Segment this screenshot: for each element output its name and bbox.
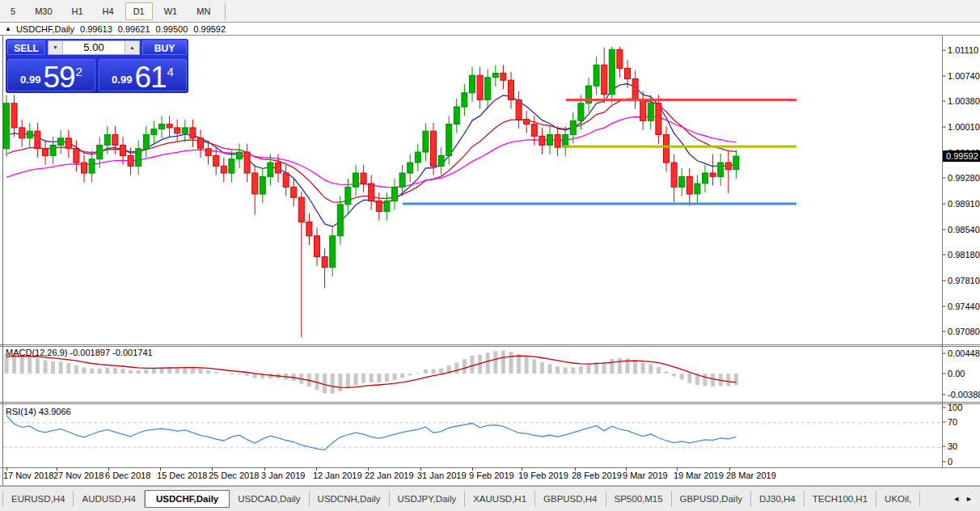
chart-tab-audusd-h4[interactable]: AUDUSD,H4: [74, 491, 144, 507]
sell-price-big: 59: [43, 64, 74, 91]
macd-bar: [206, 370, 210, 374]
chart-tab-dj30-h4[interactable]: DJ30,H4: [751, 491, 805, 507]
chart-tab-eurusd-h4[interactable]: EURUSD,H4: [2, 491, 74, 507]
sell-button[interactable]: SELL: [7, 40, 45, 55]
chart-tab-usdchf-daily[interactable]: USDCHF,Daily: [145, 490, 230, 508]
chart-tab-usdjpy-daily[interactable]: USDJPY,Daily: [390, 491, 466, 507]
tab-scroll-left-icon[interactable]: ◄: [953, 495, 960, 503]
collapse-triangle-icon[interactable]: ▲: [5, 25, 11, 32]
chart-title-bar: ▲ USDCHF,Daily 0.99613 0.99621 0.99500 0…: [0, 23, 980, 36]
candle-body: [120, 146, 126, 156]
macd-bar: [144, 370, 148, 374]
ohlc-close: 0.99592: [193, 24, 226, 34]
chart-tab-ukoil-[interactable]: UKOil,: [877, 491, 920, 507]
timeframe-button-d1[interactable]: D1: [125, 2, 153, 20]
candle-body: [205, 149, 211, 156]
macd-bar: [416, 373, 420, 374]
candle-body: [353, 173, 359, 187]
chart-tab-usdcad-daily[interactable]: USDCAD,Daily: [230, 491, 309, 507]
macd-bar: [214, 372, 218, 374]
candle-body: [617, 49, 623, 68]
candle-body: [361, 173, 366, 184]
candle-body: [345, 187, 351, 205]
price-axis-label: 1.00010: [948, 122, 980, 132]
tab-scroll-controls: ◄►: [953, 495, 980, 503]
macd-bar: [354, 374, 358, 385]
candle-body: [392, 187, 398, 201]
candle-body: [632, 79, 638, 100]
macd-bar: [571, 368, 575, 374]
ohlc-high: 0.99621: [118, 24, 150, 34]
buy-price-prefix: 0.99: [112, 74, 132, 86]
timeframe-button-m30[interactable]: M30: [27, 2, 60, 20]
candle-body: [671, 163, 677, 187]
macd-bar: [672, 374, 676, 377]
chart-tab-sp500-m15[interactable]: SP500,M15: [606, 491, 672, 507]
date-axis-label: 9 Feb 2019: [469, 471, 514, 480]
macd-bar: [501, 351, 505, 374]
sell-price-sup: 2: [76, 65, 82, 78]
candle-body: [625, 69, 631, 79]
date-axis-label: 31 Jan 2019: [417, 471, 467, 480]
candle-body: [4, 103, 10, 149]
date-axis-label: 15 Dec 2018: [157, 471, 207, 480]
tab-scroll-right-icon[interactable]: ►: [965, 495, 973, 503]
candle-body: [664, 135, 670, 163]
current-price-tag-text: 0.99592: [946, 151, 978, 161]
candle-body: [725, 163, 731, 170]
sell-price-prefix: 0.99: [20, 74, 40, 86]
candle-body: [710, 173, 716, 176]
macd-bar: [517, 354, 521, 374]
candle-body: [182, 128, 188, 133]
macd-label: MACD(12,26,9) -0.001897 -0.001741: [6, 348, 153, 357]
macd-bar: [129, 370, 133, 374]
candle-body: [260, 176, 265, 194]
volume-decrease-icon[interactable]: ▼: [49, 41, 63, 54]
macd-bar: [51, 361, 55, 374]
buy-button[interactable]: BUY: [142, 40, 187, 55]
macd-bar: [137, 370, 141, 374]
timeframe-button-mn[interactable]: MN: [188, 2, 218, 20]
buy-price-button[interactable]: 0.99 61 4: [99, 59, 187, 91]
candle-body: [570, 120, 576, 134]
candle-body: [112, 135, 118, 146]
timeframe-button-w1[interactable]: W1: [156, 2, 186, 20]
chart-tab-xauusd-h1[interactable]: XAUUSD,H1: [465, 491, 535, 507]
candle-body: [547, 135, 553, 146]
candle-body: [516, 99, 522, 119]
candle-body: [128, 156, 133, 167]
candle-body: [11, 103, 17, 128]
candle-body: [733, 156, 739, 170]
date-axis-label: 27 Nov 2018: [53, 471, 103, 480]
chart-tab-gbpusd-daily[interactable]: GBPUSD,Daily: [672, 491, 751, 507]
macd-bar: [105, 368, 109, 374]
candle-body: [89, 159, 95, 173]
candle-body: [524, 120, 530, 125]
macd-bar: [454, 362, 458, 374]
macd-bar: [230, 374, 234, 374]
timeframe-button-h4[interactable]: H4: [95, 2, 122, 20]
chart-tab-usdcnh-daily[interactable]: USDCNH,Daily: [310, 491, 390, 507]
candle-body: [50, 146, 56, 156]
macd-bar: [331, 374, 335, 394]
volume-increase-icon[interactable]: ▲: [125, 41, 139, 54]
macd-bar: [222, 374, 226, 374]
macd-scale-label: -0.003883: [948, 390, 980, 399]
macd-bar: [346, 374, 350, 388]
macd-bar: [66, 363, 70, 374]
macd-bar: [385, 374, 389, 382]
macd-bar: [253, 374, 257, 378]
candle-body: [65, 138, 71, 149]
candle-body: [237, 152, 243, 159]
candle-body: [74, 149, 79, 163]
timeframe-button-h1[interactable]: H1: [64, 2, 91, 20]
sell-price-button[interactable]: 0.99 59 2: [7, 59, 95, 91]
macd-bar: [610, 359, 614, 374]
timeframe-button-5[interactable]: 5: [2, 2, 23, 20]
candle-body: [283, 173, 289, 187]
chart-tab-tech100-h1[interactable]: TECH100,H1: [805, 491, 877, 507]
chart-tab-gbpusd-h4[interactable]: GBPUSD,H4: [535, 491, 606, 507]
macd-bar: [525, 357, 529, 374]
macd-bar: [657, 367, 661, 374]
volume-input[interactable]: 5.00: [63, 41, 125, 54]
